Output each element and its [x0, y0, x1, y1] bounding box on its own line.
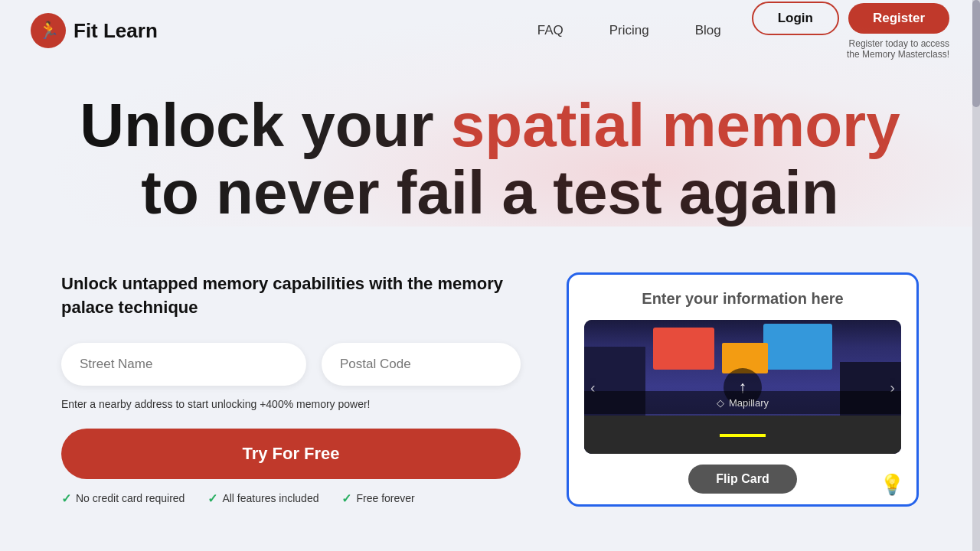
- postal-input[interactable]: [322, 343, 521, 386]
- nav-pricing[interactable]: Pricing: [609, 23, 649, 38]
- register-button[interactable]: Register: [848, 3, 949, 34]
- login-button[interactable]: Login: [752, 2, 839, 35]
- street-scene: ↑ ‹ › ◇ Mapillary: [584, 320, 901, 454]
- billboard-1: [653, 328, 714, 370]
- scrollbar-thumb[interactable]: [972, 0, 980, 107]
- feature-all-features: ✓ All features included: [207, 491, 318, 506]
- features-row: ✓ No credit card required ✓ All features…: [61, 491, 521, 506]
- check-icon-1: ✓: [61, 491, 71, 506]
- card-image: ↑ ‹ › ◇ Mapillary: [584, 320, 901, 454]
- main-content: Unlock untapped memory capabilities with…: [0, 272, 980, 507]
- address-inputs: [61, 343, 521, 386]
- check-icon-3: ✓: [341, 491, 351, 506]
- hero-section: Unlock your spatial memory to never fail…: [0, 61, 980, 227]
- nav-blog[interactable]: Blog: [695, 23, 721, 38]
- road: [584, 416, 901, 454]
- nav-faq[interactable]: FAQ: [537, 23, 564, 38]
- left-subtitle: Unlock untapped memory capabilities with…: [61, 272, 521, 320]
- logo-link[interactable]: 🏃 Fit Learn: [31, 13, 158, 48]
- billboard-2: [763, 324, 832, 370]
- auth-buttons: Login Register: [752, 2, 949, 35]
- feature-no-cc: ✓ No credit card required: [61, 491, 185, 506]
- check-icon-2: ✓: [207, 491, 217, 506]
- address-hint: Enter a nearby address to start unlockin…: [61, 398, 521, 410]
- feature-free-forever: ✓ Free forever: [341, 491, 414, 506]
- bulb-icon: 💡: [880, 473, 904, 497]
- right-panel: Enter your information here ↑ ‹ › ◇ Mapi…: [567, 272, 919, 507]
- navbar: 🏃 Fit Learn FAQ Pricing Blog Login Regis…: [0, 0, 980, 61]
- card-header: Enter your information here: [569, 275, 916, 320]
- feature-label-3: Free forever: [356, 492, 414, 504]
- flip-card-button[interactable]: Flip Card: [688, 465, 796, 494]
- logo-text: Fit Learn: [74, 19, 158, 43]
- street-input[interactable]: [61, 343, 306, 386]
- road-center-line: [720, 434, 766, 437]
- mapillary-label: Mapillary: [729, 397, 769, 409]
- hero-title: Unlock your spatial memory to never fail…: [61, 92, 919, 227]
- feature-label-1: No credit card required: [76, 492, 185, 504]
- logo-icon: 🏃: [31, 13, 66, 48]
- scrollbar[interactable]: [972, 0, 980, 551]
- feature-label-2: All features included: [222, 492, 318, 504]
- try-free-button[interactable]: Try For Free: [61, 429, 521, 479]
- left-panel: Unlock untapped memory capabilities with…: [61, 272, 521, 506]
- register-subtext: Register today to access the Memory Mast…: [847, 38, 949, 60]
- mapillary-bar: ◇ Mapillary: [584, 391, 901, 414]
- nav-actions: Login Register Register today to access …: [752, 2, 949, 60]
- mapillary-icon: ◇: [717, 397, 724, 409]
- nav-links: FAQ Pricing Blog: [537, 23, 721, 38]
- card-footer: Flip Card 💡: [569, 454, 916, 504]
